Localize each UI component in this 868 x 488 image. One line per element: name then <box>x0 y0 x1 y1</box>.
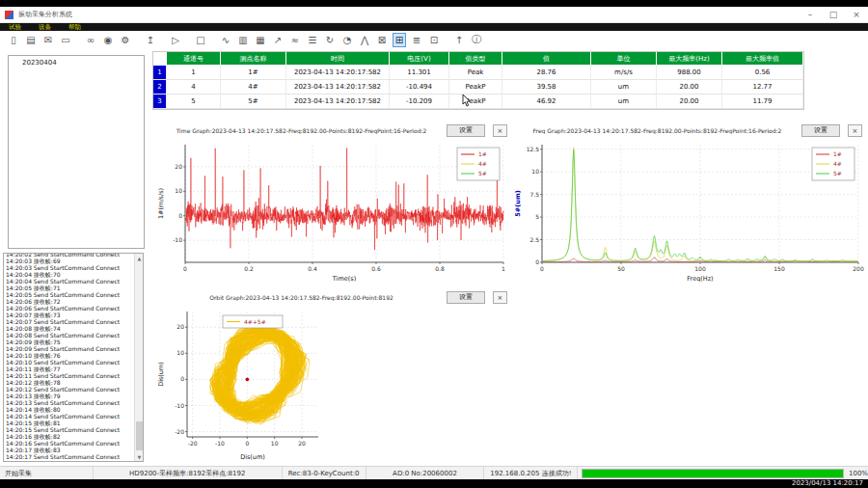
row-number-cell[interactable]: 3 <box>153 95 167 109</box>
log-line: 14:20:13 Send StartCommand Connect <box>6 399 133 406</box>
table-cell[interactable]: PeakP <box>449 80 502 95</box>
export-up-icon[interactable]: ↑ <box>452 33 466 47</box>
log-line: 14:20:11 Send StartCommand Connect <box>6 372 133 379</box>
log-scrollbar[interactable]: ▲ ▼ <box>134 254 143 461</box>
settings-gear-icon[interactable]: ⚙ <box>119 33 132 47</box>
open-record-icon[interactable]: ✉ <box>41 33 55 47</box>
row-number-cell[interactable]: 1 <box>153 66 167 80</box>
freq-graph-close-button[interactable]: × <box>848 124 862 137</box>
titlebar: 振动采集分析系统 – □ × <box>0 7 868 23</box>
orbit-graph-plot[interactable]: -20-1001020-20-1001020Dis(um)Dis(um)4#+5… <box>156 306 511 466</box>
scroll-up-icon[interactable]: ▲ <box>135 254 144 262</box>
table-cell[interactable]: m/s/s <box>591 66 657 80</box>
table-cell[interactable]: 5 <box>167 95 221 109</box>
table-row[interactable]: 111#2023-04-13 14:20:17:58211.301Peak28.… <box>153 66 803 80</box>
time-graph-plot[interactable]: 00.20.40.60.81-1001020Time(s)1#(m/s/s)1#… <box>156 139 511 287</box>
info-icon[interactable]: ⓘ <box>470 33 483 47</box>
table-cell[interactable]: 20.00 <box>657 80 722 95</box>
table-cell[interactable]: 20.00 <box>657 95 722 109</box>
table-cell[interactable]: 0.56 <box>722 66 803 80</box>
menu-test[interactable]: 试验 <box>0 23 30 31</box>
row-number-cell[interactable]: 2 <box>153 80 167 95</box>
bar-chart-icon[interactable]: ▥ <box>236 33 250 47</box>
record-tree-panel[interactable]: 20230404 <box>8 55 145 249</box>
spectrum-chart-icon[interactable]: ≈ <box>288 33 302 47</box>
stop-icon[interactable]: □ <box>194 33 207 47</box>
freq-graph-panel: Freq Graph:2023-04-13 14:20:17.582-Freq:… <box>513 122 866 285</box>
scrollbar-thumb[interactable] <box>136 421 143 450</box>
scroll-down-icon[interactable]: ▼ <box>135 452 144 461</box>
table-cell[interactable]: 11.79 <box>722 95 803 109</box>
table-cell[interactable]: 12.77 <box>722 80 803 95</box>
time-graph-settings-button[interactable]: 设置 <box>447 124 485 137</box>
table-cell[interactable]: 39.58 <box>502 80 591 95</box>
window-controls: – □ × <box>799 7 868 22</box>
time-graph-close-button[interactable]: × <box>493 124 507 137</box>
table-cell[interactable]: 46.92 <box>502 95 591 109</box>
table-cell[interactable]: 1 <box>167 66 221 80</box>
statusbar: 开始采集 HD9200-采样频率:8192采样点:8192 Rec:83-0-K… <box>0 466 868 479</box>
table-cell[interactable]: PeakP <box>449 95 502 109</box>
table-cell[interactable]: 2023-04-13 14:20:17:582 <box>286 80 390 95</box>
table-cell[interactable]: 1# <box>221 66 286 80</box>
table-row[interactable]: 244#2023-04-13 14:20:17:582-10.494PeakP3… <box>153 80 803 95</box>
svg-text:7.5: 7.5 <box>529 191 539 198</box>
log-line: 14:20:12 接收帧:78 <box>6 379 133 386</box>
table-cell[interactable]: -10.209 <box>390 95 449 109</box>
table-cell[interactable]: 5# <box>221 95 286 109</box>
cross-chart-icon[interactable]: ⊠ <box>375 33 389 47</box>
freq-graph-settings-button[interactable]: 设置 <box>801 124 840 137</box>
time-graph-header: Time Graph:2023-04-13 14:20:17.582-Freq:… <box>156 122 511 139</box>
close-button[interactable]: × <box>845 7 868 22</box>
table-cell[interactable]: um <box>591 80 657 95</box>
log-line: 14:20:14 Send StartCommand Connect <box>6 413 133 420</box>
line-chart-icon[interactable]: ↗ <box>271 33 285 47</box>
table-cell[interactable]: 28.76 <box>502 66 591 80</box>
orbit-graph-close-button[interactable]: × <box>493 291 507 304</box>
start-play-icon[interactable]: ▷ <box>169 33 182 47</box>
new-file-icon[interactable]: ▯ <box>7 33 20 47</box>
orbit-chart-icon[interactable]: ↻ <box>323 33 337 47</box>
svg-text:5: 5 <box>535 213 539 220</box>
edit-file-icon[interactable]: ▤ <box>24 33 38 47</box>
log-line: 14:20:06 Send StartCommand Connect <box>6 305 133 312</box>
list-chart-icon[interactable]: ☰ <box>306 33 319 47</box>
status-acquisition: 开始采集 <box>0 467 94 479</box>
table-cell[interactable]: 11.301 <box>390 66 449 80</box>
window-save-icon[interactable]: ⊡ <box>427 33 441 47</box>
svg-text:5#: 5# <box>833 170 842 176</box>
waveform-chart-icon[interactable]: ∿ <box>219 33 232 47</box>
freq-graph-plot[interactable]: 05010015020002.557.51012.5Freq(Hz)5#(um)… <box>513 139 866 287</box>
maximize-button[interactable]: □ <box>822 7 845 22</box>
database-icon[interactable]: ≣ <box>410 33 423 47</box>
svg-text:20: 20 <box>175 163 182 170</box>
table-cell[interactable]: 2023-04-13 14:20:17:582 <box>286 95 390 109</box>
svg-text:0.2: 0.2 <box>244 265 254 272</box>
polar-chart-icon[interactable]: ◔ <box>340 33 354 47</box>
minimize-button[interactable]: – <box>799 7 822 22</box>
orbit-graph-settings-button[interactable]: 设置 <box>447 291 485 304</box>
table-cell[interactable]: 988.00 <box>657 66 722 80</box>
table-row[interactable]: 355#2023-04-13 14:20:17:582-10.209PeakP4… <box>153 95 803 109</box>
save-record-icon[interactable]: ▭ <box>59 33 72 47</box>
table-cell[interactable]: um <box>591 95 657 109</box>
table-cell[interactable]: 4# <box>221 80 286 95</box>
table-cell[interactable]: 4 <box>167 80 221 95</box>
menu-device[interactable]: 设备 <box>30 23 60 31</box>
main-area: 20230404 14:20:02 Send StartCommand Conn… <box>0 48 868 466</box>
histogram-chart-icon[interactable]: ▦ <box>254 33 267 47</box>
grid-view-icon[interactable]: ⊞ <box>393 33 406 47</box>
table-cell[interactable]: 2023-04-13 14:20:17:582 <box>286 66 390 80</box>
time-graph-title: Time Graph:2023-04-13 14:20:17.582-Freq:… <box>156 127 447 134</box>
tree-item-20230404[interactable]: 20230404 <box>9 56 144 67</box>
menu-help[interactable]: 帮助 <box>60 23 90 31</box>
peaks-chart-icon[interactable]: ⋀ <box>358 33 371 47</box>
table-header-cell: 测点名称 <box>221 52 286 66</box>
link-icon[interactable]: ∞ <box>84 33 97 47</box>
table-cell[interactable]: -10.494 <box>390 80 449 95</box>
upload-device-icon[interactable]: ↥ <box>144 33 157 47</box>
table-header-cell: 值类型 <box>449 52 502 66</box>
monitor-eye-icon[interactable]: ◉ <box>101 33 115 47</box>
datetime: 2023/04/13 14:20:17 <box>792 479 868 488</box>
table-cell[interactable]: Peak <box>449 66 502 80</box>
